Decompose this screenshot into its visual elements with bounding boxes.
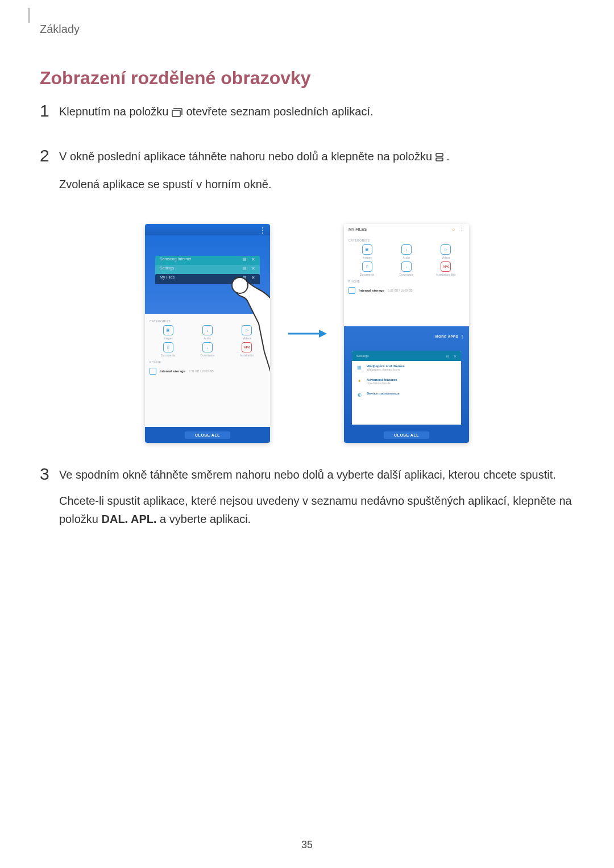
advanced-icon: ✦	[356, 378, 362, 384]
apk-icon[interactable]: APK	[441, 261, 451, 272]
videos-icon: ▷	[242, 325, 252, 335]
settings-item-sub: Wallpapers, themes, icons	[367, 368, 405, 371]
images-label: Images	[362, 256, 371, 259]
categories-label: CATEGORIES	[349, 239, 464, 242]
downloads-label: Downloads	[400, 273, 414, 276]
step-number: 2	[40, 147, 59, 201]
downloads-icon[interactable]: ↓	[401, 261, 412, 272]
downloads-icon: ↓	[202, 342, 213, 352]
svg-marker-5	[319, 330, 327, 338]
close-icon[interactable]: ✕	[454, 354, 457, 358]
categories-label: CATEGORIES	[150, 319, 265, 323]
step3-line1: Ve spodním okně táhněte směrem nahoru ne…	[59, 466, 574, 484]
step2-part2: .	[446, 150, 450, 163]
close-icon: ✕	[251, 266, 255, 271]
svg-rect-0	[172, 110, 180, 117]
internal-storage-label: Internal storage	[359, 289, 384, 292]
breadcrumb: Základy	[40, 23, 574, 36]
documents-icon: ▯	[163, 342, 173, 352]
step-3: 3 Ve spodním okně táhněte směrem nahoru …	[40, 466, 574, 536]
svg-rect-1	[436, 153, 443, 156]
settings-item-title: Device maintenance	[367, 392, 400, 395]
close-icon: ✕	[251, 257, 255, 262]
documents-icon[interactable]: ▯	[362, 261, 372, 272]
maintenance-icon: ◐	[356, 392, 362, 397]
apk-icon: APK	[242, 342, 252, 352]
close-all-button[interactable]: CLOSE ALL	[384, 431, 429, 439]
recent-card-label: Samsung Internet	[160, 257, 191, 261]
menu-dots-icon: ⋮	[259, 226, 265, 234]
wallpaper-icon: ▦	[356, 364, 362, 370]
recent-card-label: My Files	[160, 275, 175, 279]
step3-line2-strong: DAL. APL.	[102, 513, 157, 525]
close-all-button[interactable]: CLOSE ALL	[185, 431, 230, 439]
step-2: 2 V okně poslední aplikace táhněte nahor…	[40, 147, 574, 201]
images-icon[interactable]: ▣	[362, 244, 372, 255]
search-icon[interactable]: ⌕	[452, 226, 455, 232]
header-rule	[28, 8, 30, 23]
phone-section-label: PHONE	[349, 280, 464, 283]
split-icon: ⊟	[243, 257, 247, 262]
myfiles-title: MY FILES	[349, 227, 367, 231]
settings-item-sub: One-handed mode	[367, 381, 397, 385]
images-label: Images	[163, 337, 172, 340]
recent-card-label: Settings	[160, 266, 174, 270]
svg-rect-2	[436, 158, 443, 161]
step1-text: Klepnutím na položku otevřete seznam pos…	[59, 102, 574, 122]
step2-line1: V okně poslední aplikace táhněte nahoru …	[59, 147, 574, 167]
arrow-icon	[287, 329, 327, 339]
phone-left: ⋮ Samsung Internet ⊟ ✕ Settings ⊟ ✕ My F…	[145, 224, 270, 443]
step3-line2b: a vyberte aplikaci.	[160, 513, 251, 525]
recent-card-icons: ⊟ ✕	[243, 266, 255, 271]
phone-right: MY FILES ⌕ ⋮ CATEGORIES ▣Images ♪Audio ▷…	[344, 224, 469, 443]
recent-card-icons: ⊟ ✕	[243, 275, 255, 280]
step1-part2: otevřete seznam posledních aplikací.	[186, 105, 373, 118]
recent-card-icons: ⊟ ✕	[243, 257, 255, 262]
internal-storage-label: Internal storage	[160, 369, 185, 373]
split-icon: ⊟	[243, 275, 247, 280]
step1-part1: Klepnutím na položku	[59, 105, 172, 118]
audio-label: Audio	[403, 256, 410, 259]
step-number: 1	[40, 102, 59, 130]
step2-part1: V okně poslední aplikace táhněte nahoru …	[59, 150, 435, 163]
page-number: 35	[0, 839, 614, 851]
videos-icon[interactable]: ▷	[441, 244, 451, 255]
images-icon: ▣	[163, 325, 173, 335]
step-number: 3	[40, 466, 59, 536]
menu-dots-icon[interactable]: ⋮	[459, 226, 464, 232]
install-label: Installation files	[436, 273, 455, 276]
audio-icon: ♪	[202, 325, 213, 335]
downloads-label: Downloads	[201, 354, 215, 357]
split-screen-icon	[435, 149, 443, 167]
videos-label: Videos	[243, 337, 251, 340]
storage-icon	[349, 287, 355, 294]
split-icon[interactable]: ⊟	[446, 354, 449, 358]
split-icon: ⊟	[243, 266, 247, 271]
section-title: Zobrazení rozdělené obrazovky	[40, 68, 574, 89]
storage-icon	[150, 368, 156, 375]
videos-label: Videos	[442, 256, 450, 259]
menu-dots-icon: ⋮	[460, 334, 463, 338]
internal-storage-sub: 6.31 GB / 16.00 GB	[189, 369, 214, 373]
close-icon: ✕	[251, 275, 255, 280]
settings-card-label: Settings	[356, 354, 369, 358]
step2-line2: Zvolená aplikace se spustí v horním okně…	[59, 175, 574, 193]
install-label: Installation	[240, 354, 254, 357]
recents-icon	[172, 104, 183, 122]
step-1: 1 Klepnutím na položku otevřete seznam p…	[40, 102, 574, 130]
phone-section-label: PHONE	[150, 360, 265, 364]
documents-label: Documents	[360, 273, 374, 276]
internal-storage-sub: 6.32 GB / 16.00 GB	[388, 289, 413, 292]
documents-label: Documents	[161, 354, 175, 357]
audio-icon[interactable]: ♪	[401, 244, 412, 255]
step3-line2: Chcete-li spustit aplikace, které nejsou…	[59, 492, 574, 528]
more-apps-label[interactable]: MORE APPS⋮	[344, 332, 469, 340]
figure-row: ⋮ Samsung Internet ⊟ ✕ Settings ⊟ ✕ My F…	[40, 224, 574, 443]
audio-label: Audio	[204, 337, 211, 340]
